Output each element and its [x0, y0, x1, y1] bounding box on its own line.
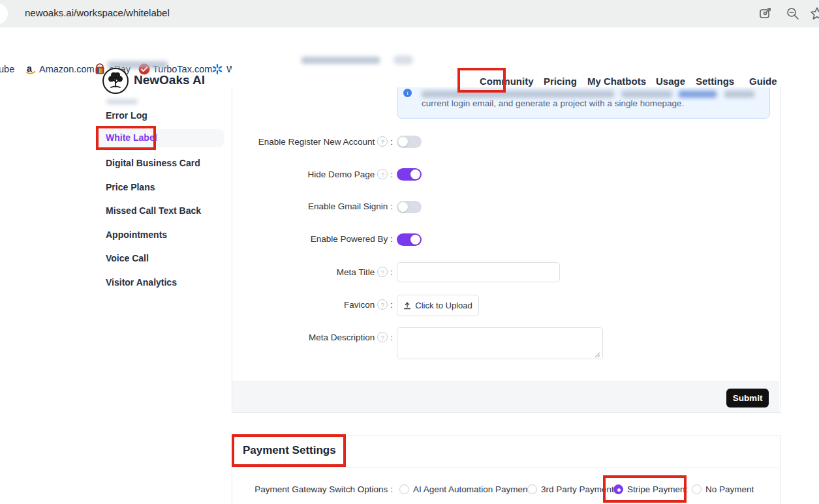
- redacted-text: [724, 91, 754, 98]
- redacted-text: [621, 91, 672, 98]
- divider: [232, 467, 779, 467]
- nav-pricing[interactable]: Pricing: [544, 76, 577, 87]
- bookmark-youtube[interactable]: ube: [0, 64, 14, 74]
- zoom-out-icon[interactable]: [785, 6, 801, 22]
- field-label-meta-description: Meta Description ? :: [196, 332, 393, 342]
- nav-usage[interactable]: Usage: [656, 76, 685, 87]
- colon: :: [390, 201, 393, 211]
- app-root: newoaks.ai/workspace/whitelabel ube a: [0, 0, 819, 504]
- label-text: Payment Gateway Switch Options: [255, 484, 388, 494]
- field-label-meta-title: Meta Title ? :: [196, 267, 393, 277]
- toggle-knob: [398, 202, 408, 212]
- annotation-box-white-label: [96, 126, 156, 150]
- label-text: Hide Demo Page: [307, 170, 375, 179]
- radio-label-no-payment[interactable]: No Payment: [705, 484, 754, 494]
- redacted-text: [106, 99, 138, 104]
- info-banner-text: current login email, and generate a proj…: [422, 98, 684, 108]
- colon: :: [390, 484, 393, 494]
- payment-options-label: Payment Gateway Switch Options :: [231, 484, 393, 494]
- sidebar-item-digital-business-card[interactable]: Digital Business Card: [106, 158, 200, 168]
- bookmarks-bar: ube a Amazon.com eBay TurboTax.co: [0, 27, 819, 57]
- label-text: Meta Title: [337, 267, 375, 277]
- meta-title-input[interactable]: [397, 262, 560, 282]
- form-footer: [232, 381, 779, 412]
- address-bar[interactable]: newoaks.ai/workspace/whitelabel: [25, 7, 170, 18]
- favorite-star-icon[interactable]: [809, 6, 819, 22]
- amazon-favicon: a: [25, 63, 37, 75]
- sidebar-item-price-plans[interactable]: Price Plans: [106, 182, 155, 192]
- toggle-knob: [398, 137, 408, 147]
- radio-no-payment[interactable]: [692, 484, 702, 494]
- svg-text:a: a: [27, 63, 32, 74]
- annotation-box-stripe-payment: [603, 475, 687, 503]
- radio-3rd-party-payment[interactable]: [527, 484, 537, 494]
- meta-description-textarea[interactable]: [397, 327, 603, 359]
- nav-my-chatbots[interactable]: My Chatbots: [587, 76, 646, 87]
- upload-icon: [403, 302, 411, 310]
- redacted-text: [301, 57, 380, 64]
- brand-title: NewOaks AI: [134, 73, 205, 87]
- colon: :: [390, 234, 393, 244]
- upload-button-label: Click to Upload: [415, 301, 472, 310]
- nav-settings[interactable]: Settings: [696, 76, 734, 87]
- bookmark-amazon[interactable]: Amazon.com: [39, 64, 95, 74]
- sidebar-item-appointments[interactable]: Appointments: [106, 230, 167, 240]
- help-icon[interactable]: ?: [377, 169, 388, 179]
- colon: :: [390, 267, 393, 277]
- toggle-hide-demo-page[interactable]: [397, 168, 422, 181]
- redacted-link: [679, 91, 717, 98]
- sidebar-item-voice-call[interactable]: Voice Call: [106, 253, 149, 263]
- colon: :: [390, 300, 393, 310]
- label-text: Enable Register New Account: [258, 137, 375, 147]
- colon: :: [390, 170, 393, 179]
- browser-toolbar: newoaks.ai/workspace/whitelabel: [0, 0, 819, 27]
- redacted-toggle: [394, 55, 413, 65]
- newoaks-logo: [102, 67, 129, 95]
- field-label-favicon: Favicon ? :: [196, 299, 393, 310]
- sidebar-item-visitor-analytics[interactable]: Visitor Analytics: [106, 277, 177, 288]
- redacted-text: [422, 91, 614, 98]
- toggle-enable-register-new-account[interactable]: [397, 136, 422, 148]
- click-to-upload-button[interactable]: Click to Upload: [397, 295, 479, 316]
- sidebar-item-error-log[interactable]: Error Log: [106, 110, 147, 121]
- label-text: Enable Powered By: [311, 234, 388, 244]
- field-label-hide-demo: Hide Demo Page ? :: [196, 169, 393, 179]
- radio-label-ai-agent-automation-payment[interactable]: AI Agent Automation Payment: [413, 484, 530, 494]
- radio-ai-agent-automation-payment[interactable]: [399, 484, 409, 494]
- nav-guide[interactable]: Guide: [749, 76, 777, 87]
- help-icon[interactable]: ?: [377, 136, 388, 147]
- top-nav: Community Pricing My Chatbots Usage Sett…: [232, 57, 819, 87]
- share-icon[interactable]: [758, 6, 773, 22]
- toggle-enable-powered-by[interactable]: [397, 233, 422, 246]
- info-icon: i: [403, 89, 412, 97]
- toggle-knob: [410, 235, 420, 245]
- colon: :: [390, 137, 393, 147]
- submit-button[interactable]: Submit: [726, 389, 769, 408]
- annotation-box-settings: [457, 68, 506, 93]
- annotation-box-payment-settings: [232, 434, 346, 467]
- help-icon[interactable]: ?: [377, 332, 388, 342]
- whitelabel-form-card: [232, 77, 781, 413]
- walmart-business-favicon: [211, 63, 223, 75]
- resize-handle-icon[interactable]: [594, 351, 600, 358]
- address-bar-edge: [0, 3, 8, 24]
- help-icon[interactable]: ?: [377, 299, 388, 310]
- label-text: Meta Description: [309, 333, 375, 342]
- toggle-enable-gmail-signin[interactable]: [397, 201, 422, 213]
- help-icon[interactable]: ?: [377, 267, 388, 277]
- sidebar-item-missed-call-text-back[interactable]: Missed Call Text Back: [106, 205, 201, 216]
- label-text: Favicon: [344, 300, 375, 310]
- field-label-enable-register: Enable Register New Account ? :: [196, 136, 393, 147]
- field-label-powered-by: Enable Powered By :: [196, 234, 393, 244]
- colon: :: [390, 333, 393, 342]
- field-label-gmail-signin: Enable Gmail Signin :: [196, 201, 393, 211]
- label-text: Enable Gmail Signin: [308, 201, 388, 211]
- toggle-knob: [410, 170, 420, 179]
